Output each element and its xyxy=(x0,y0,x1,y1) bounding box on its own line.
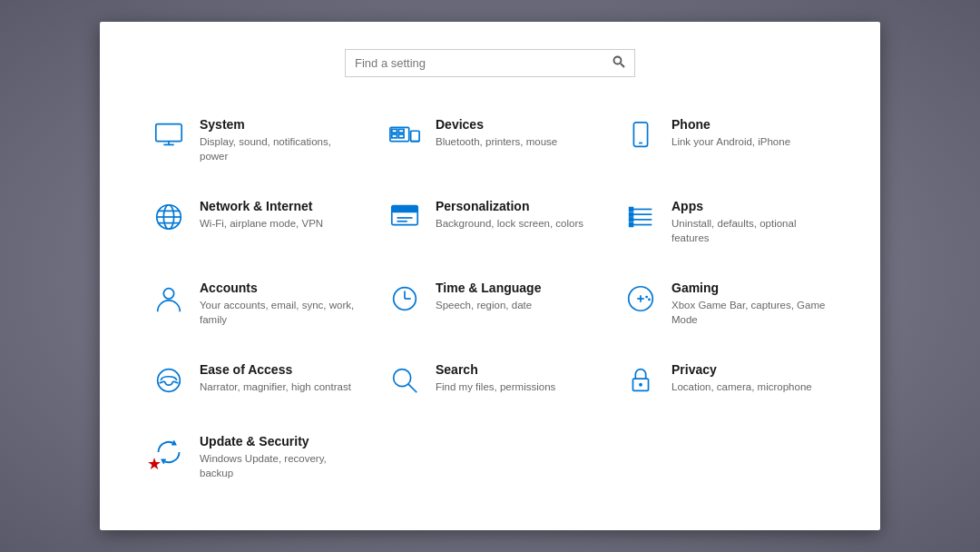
setting-desc-devices: Bluetooth, printers, mouse xyxy=(436,134,593,149)
svg-point-39 xyxy=(648,299,651,301)
setting-desc-accounts: Your accounts, email, sync, work, family xyxy=(200,298,358,327)
setting-desc-network: Wi-Fi, airplane mode, VPN xyxy=(200,216,358,231)
settings-window: System Display, sound, notifications, po… xyxy=(100,22,880,530)
setting-item-ease[interactable]: Ease of Access Narrator, magnifier, high… xyxy=(136,350,372,421)
setting-text-personalization: Personalization Background, lock screen,… xyxy=(436,199,593,231)
setting-item-search[interactable]: Search Find my files, permissions xyxy=(372,350,608,421)
setting-item-apps[interactable]: Apps Uninstall, defaults, optional featu… xyxy=(608,186,844,268)
setting-desc-system: Display, sound, notifications, power xyxy=(200,134,358,163)
setting-title-search: Search xyxy=(436,362,593,377)
devices-icon xyxy=(387,117,423,153)
setting-text-gaming: Gaming Xbox Game Bar, captures, Game Mod… xyxy=(671,281,829,327)
svg-point-0 xyxy=(614,57,622,64)
setting-title-ease: Ease of Access xyxy=(200,362,358,377)
setting-title-apps: Apps xyxy=(671,199,829,213)
svg-line-42 xyxy=(173,381,179,383)
svg-line-41 xyxy=(160,381,165,383)
time-icon xyxy=(387,281,423,317)
apps-icon xyxy=(622,199,659,235)
search-bar[interactable] xyxy=(345,49,635,77)
setting-desc-privacy: Location, camera, microphone xyxy=(671,380,829,394)
gaming-icon xyxy=(622,281,659,317)
setting-text-update: Update & Security Windows Update, recove… xyxy=(200,434,358,480)
setting-desc-ease: Narrator, magnifier, high contrast xyxy=(200,380,358,394)
setting-item-accounts[interactable]: Accounts Your accounts, email, sync, wor… xyxy=(136,268,372,350)
setting-title-time: Time & Language xyxy=(436,281,593,295)
setting-text-network: Network & Internet Wi-Fi, airplane mode,… xyxy=(200,199,358,231)
setting-title-network: Network & Internet xyxy=(200,199,358,213)
privacy-icon xyxy=(622,362,659,399)
svg-rect-6 xyxy=(411,131,419,141)
setting-title-privacy: Privacy xyxy=(671,362,829,377)
setting-text-devices: Devices Bluetooth, printers, mouse xyxy=(436,117,593,149)
svg-rect-9 xyxy=(398,129,404,133)
setting-text-system: System Display, sound, notifications, po… xyxy=(200,117,358,163)
setting-item-phone[interactable]: Phone Link your Android, iPhone xyxy=(608,104,844,186)
svg-rect-2 xyxy=(156,124,181,142)
settings-grid: System Display, sound, notifications, po… xyxy=(136,104,844,503)
setting-title-system: System xyxy=(200,117,358,132)
setting-item-system[interactable]: System Display, sound, notifications, po… xyxy=(136,104,372,186)
svg-point-46 xyxy=(639,383,642,387)
network-icon xyxy=(151,199,187,235)
setting-desc-gaming: Xbox Game Bar, captures, Game Mode xyxy=(671,298,829,327)
setting-title-update: Update & Security xyxy=(200,434,358,448)
svg-point-38 xyxy=(645,296,648,299)
setting-desc-personalization: Background, lock screen, colors xyxy=(436,216,593,231)
setting-title-phone: Phone xyxy=(671,117,829,132)
svg-rect-8 xyxy=(392,129,397,133)
accounts-icon xyxy=(151,281,187,317)
setting-text-ease: Ease of Access Narrator, magnifier, high… xyxy=(200,362,358,394)
setting-item-personalization[interactable]: Personalization Background, lock screen,… xyxy=(372,186,608,268)
svg-rect-29 xyxy=(630,218,633,222)
svg-line-1 xyxy=(621,64,624,67)
phone-icon xyxy=(622,117,659,153)
setting-text-time: Time & Language Speech, region, date xyxy=(436,281,593,312)
search-input[interactable] xyxy=(355,56,612,70)
system-icon xyxy=(151,117,187,153)
ease-icon xyxy=(151,362,187,399)
svg-rect-28 xyxy=(630,212,633,216)
search-icon xyxy=(387,362,423,399)
update-icon-container: ★ xyxy=(151,434,187,470)
setting-title-gaming: Gaming xyxy=(671,281,829,295)
setting-desc-time: Speech, region, date xyxy=(436,298,593,312)
svg-rect-27 xyxy=(630,208,633,212)
setting-item-update[interactable]: ★ Update & Security Windows Update, reco… xyxy=(136,421,372,503)
svg-point-31 xyxy=(163,289,173,299)
personalization-icon xyxy=(387,199,423,235)
setting-item-devices[interactable]: Devices Bluetooth, printers, mouse xyxy=(372,104,608,186)
setting-title-accounts: Accounts xyxy=(200,281,358,295)
setting-desc-apps: Uninstall, defaults, optional features xyxy=(671,216,829,245)
setting-text-accounts: Accounts Your accounts, email, sync, wor… xyxy=(200,281,358,327)
setting-title-personalization: Personalization xyxy=(436,199,593,213)
svg-rect-30 xyxy=(630,223,633,227)
setting-desc-search: Find my files, permissions xyxy=(436,380,593,394)
search-icon xyxy=(612,55,625,71)
svg-rect-11 xyxy=(398,134,404,138)
setting-text-phone: Phone Link your Android, iPhone xyxy=(671,117,829,149)
setting-item-privacy[interactable]: Privacy Location, camera, microphone xyxy=(608,350,844,421)
svg-rect-20 xyxy=(392,206,417,213)
svg-line-44 xyxy=(408,384,416,392)
setting-item-network[interactable]: Network & Internet Wi-Fi, airplane mode,… xyxy=(136,186,372,268)
setting-text-apps: Apps Uninstall, defaults, optional featu… xyxy=(671,199,829,245)
svg-rect-10 xyxy=(392,134,397,138)
setting-text-search: Search Find my files, permissions xyxy=(436,362,593,394)
setting-desc-phone: Link your Android, iPhone xyxy=(671,134,829,149)
setting-item-time[interactable]: Time & Language Speech, region, date xyxy=(372,268,608,350)
setting-title-devices: Devices xyxy=(436,117,593,132)
setting-text-privacy: Privacy Location, camera, microphone xyxy=(671,362,829,394)
setting-item-gaming[interactable]: Gaming Xbox Game Bar, captures, Game Mod… xyxy=(608,268,844,350)
setting-desc-update: Windows Update, recovery, backup xyxy=(200,451,358,480)
star-badge: ★ xyxy=(147,454,162,474)
